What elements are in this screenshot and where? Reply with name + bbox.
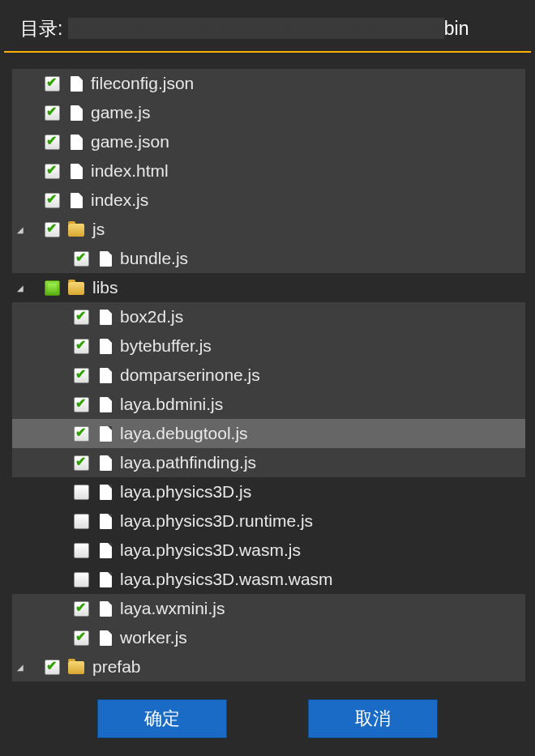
file-icon xyxy=(100,630,112,646)
cancel-button[interactable]: 取消 xyxy=(308,699,438,738)
checkbox[interactable] xyxy=(45,76,60,92)
file-name-label: index.js xyxy=(91,190,148,210)
file-name-label: game.json xyxy=(91,132,169,152)
file-icon xyxy=(100,397,112,412)
file-icon xyxy=(100,339,112,354)
tree-row[interactable]: worker.js xyxy=(12,623,525,652)
folder-icon xyxy=(68,282,84,295)
checkbox[interactable] xyxy=(45,660,60,675)
file-name-label: laya.bdmini.js xyxy=(120,395,223,414)
checkbox[interactable] xyxy=(45,193,60,208)
tree-row[interactable]: domparserinone.js xyxy=(12,361,525,390)
button-bar: 确定 取消 xyxy=(0,683,535,746)
checkbox[interactable] xyxy=(74,514,89,529)
tree-row[interactable]: index.js xyxy=(12,186,525,215)
file-icon xyxy=(100,543,112,558)
file-name-label: fileconfig.json xyxy=(91,74,194,93)
file-icon xyxy=(100,601,112,617)
file-icon xyxy=(100,310,112,325)
file-icon xyxy=(71,135,83,150)
file-icon xyxy=(100,368,112,383)
checkbox[interactable] xyxy=(74,368,89,383)
tree-row[interactable]: laya.bdmini.js xyxy=(12,390,525,419)
file-name-label: laya.physics3D.runtime.js xyxy=(120,511,313,531)
checkbox[interactable] xyxy=(74,251,89,267)
file-name-label: index.html xyxy=(91,161,169,181)
checkbox[interactable] xyxy=(74,339,89,354)
expand-icon[interactable]: ◢ xyxy=(12,663,28,672)
checkbox[interactable] xyxy=(74,630,89,646)
tree-row[interactable]: ◢libs xyxy=(12,273,525,302)
file-name-label: worker.js xyxy=(120,628,187,647)
file-name-label: laya.physics3D.js xyxy=(120,482,251,502)
expand-icon[interactable]: ◢ xyxy=(12,284,28,293)
checkbox[interactable] xyxy=(74,572,89,587)
tree-row[interactable]: laya.physics3D.wasm.wasm xyxy=(12,565,525,594)
file-name-label: laya.debugtool.js xyxy=(120,424,248,443)
file-name-label: laya.physics3D.wasm.wasm xyxy=(120,570,333,589)
file-name-label: domparserinone.js xyxy=(120,365,260,385)
folder-icon xyxy=(68,661,84,674)
file-name-label: js xyxy=(92,220,105,239)
tree-row[interactable]: laya.physics3D.js xyxy=(12,477,525,506)
file-icon xyxy=(100,514,112,529)
dialog: 目录: xxxxxxxxxxxxxxxxxxxxxxxxxxxxxxxxxxxx… xyxy=(0,0,535,756)
file-name-label: box2d.js xyxy=(120,307,183,327)
tree-row[interactable]: box2d.js xyxy=(12,302,525,331)
file-name-label: bundle.js xyxy=(120,249,188,268)
file-icon xyxy=(100,426,112,442)
checkbox[interactable] xyxy=(45,280,60,296)
file-icon xyxy=(100,455,112,471)
folder-icon xyxy=(68,224,84,237)
checkbox[interactable] xyxy=(74,397,89,412)
file-name-label: laya.physics3D.wasm.js xyxy=(120,540,301,560)
expand-icon[interactable]: ◢ xyxy=(12,225,28,234)
file-tree[interactable]: fileconfig.jsongame.jsgame.jsonindex.htm… xyxy=(0,69,535,683)
file-name-label: libs xyxy=(92,278,118,297)
tree-row[interactable]: game.js xyxy=(12,98,525,127)
file-icon xyxy=(100,572,112,587)
file-icon xyxy=(71,164,83,179)
file-name-label: prefab xyxy=(92,657,141,677)
header: 目录: xxxxxxxxxxxxxxxxxxxxxxxxxxxxxxxxxxxx… xyxy=(0,16,535,51)
tree-row[interactable]: laya.wxmini.js xyxy=(12,594,525,623)
tree-row[interactable]: bundle.js xyxy=(12,244,525,273)
checkbox[interactable] xyxy=(45,105,60,121)
tree-row[interactable]: ◢js xyxy=(12,215,525,244)
checkbox[interactable] xyxy=(74,543,89,558)
file-name-label: game.js xyxy=(91,103,151,122)
directory-label: 目录: xxxxxxxxxxxxxxxxxxxxxxxxxxxxxxxxxxxx… xyxy=(20,18,469,39)
checkbox[interactable] xyxy=(45,222,60,237)
checkbox[interactable] xyxy=(74,485,89,500)
checkbox[interactable] xyxy=(74,426,89,442)
tree-row[interactable]: game.json xyxy=(12,127,525,156)
tree-row[interactable]: fileconfig.json xyxy=(12,69,525,98)
tree-row[interactable]: laya.physics3D.runtime.js xyxy=(12,506,525,536)
file-icon xyxy=(71,76,83,92)
checkbox[interactable] xyxy=(45,164,60,179)
file-icon xyxy=(71,193,83,208)
file-icon xyxy=(100,251,112,267)
checkbox[interactable] xyxy=(74,455,89,471)
file-name-label: laya.pathfinding.js xyxy=(120,453,256,472)
tree-row[interactable]: bytebuffer.js xyxy=(12,331,525,361)
checkbox[interactable] xyxy=(74,310,89,325)
file-name-label: bytebuffer.js xyxy=(120,336,212,356)
checkbox[interactable] xyxy=(45,135,60,150)
file-icon xyxy=(100,485,112,500)
file-icon xyxy=(71,105,83,121)
checkbox[interactable] xyxy=(74,601,89,617)
divider xyxy=(4,51,531,53)
ok-button[interactable]: 确定 xyxy=(97,699,227,738)
tree-row[interactable]: laya.physics3D.wasm.js xyxy=(12,536,525,565)
tree-row[interactable]: laya.pathfinding.js xyxy=(12,448,525,477)
tree-row[interactable]: laya.debugtool.js xyxy=(12,419,525,448)
tree-row[interactable]: index.html xyxy=(12,156,525,186)
tree-row[interactable]: ◢prefab xyxy=(12,652,525,681)
file-name-label: laya.wxmini.js xyxy=(120,599,225,618)
